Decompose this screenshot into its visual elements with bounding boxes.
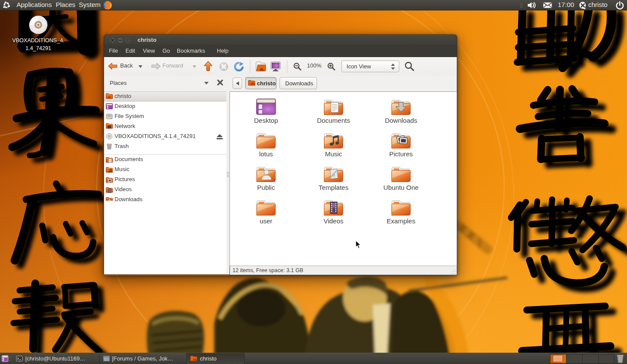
svg-text:Downloads: Downloads xyxy=(385,117,417,124)
svg-text:Public: Public xyxy=(257,184,275,191)
svg-text:lotus: lotus xyxy=(259,150,273,158)
svg-text:Videos: Videos xyxy=(324,217,344,225)
svg-text:user: user xyxy=(260,217,272,225)
svg-text:Pictures: Pictures xyxy=(389,150,413,158)
svg-text:Desktop: Desktop xyxy=(254,117,278,124)
svg-text:Examples: Examples xyxy=(387,217,415,225)
svg-text:Documents: Documents xyxy=(317,117,350,124)
svg-text:Music: Music xyxy=(325,150,342,158)
svg-text:Templates: Templates xyxy=(319,184,348,191)
svg-text:Ubuntu One: Ubuntu One xyxy=(384,184,419,191)
